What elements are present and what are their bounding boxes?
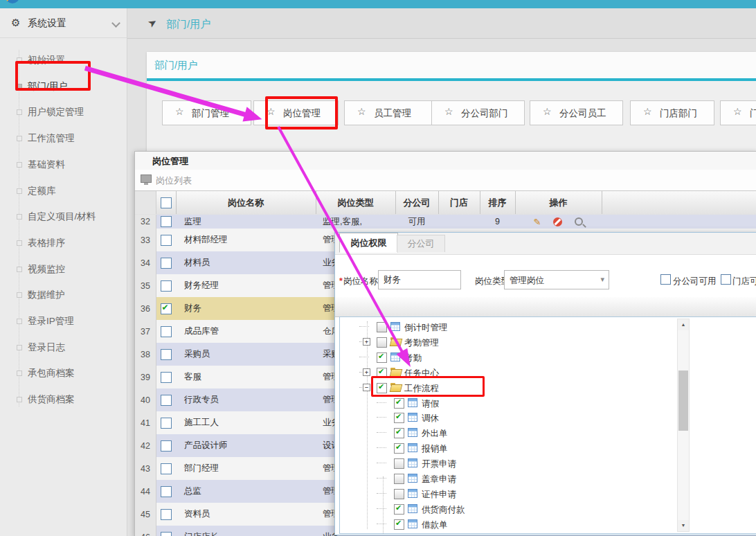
row-checkbox[interactable] (161, 216, 172, 227)
topbar-menu-item[interactable]: ▪运营分析 (637, 0, 678, 1)
row-checkbox[interactable] (161, 280, 172, 292)
tree-checkbox[interactable] (394, 428, 404, 438)
topbar-menu-item[interactable]: ▪预约管理 (410, 0, 451, 1)
toolbar-button-6[interactable]: ☆门店部门 (630, 100, 714, 125)
topbar-menu-item[interactable]: ▪工作台 (208, 0, 240, 1)
sidebar-item-8[interactable]: 表格排序 (0, 231, 127, 256)
sidebar-item-13[interactable]: 承包商档案 (0, 361, 127, 386)
toolbar-button-5[interactable]: ☆分公司员工 (530, 100, 623, 125)
scroll-up-icon[interactable]: ▲ (678, 319, 689, 330)
tree-checkbox[interactable] (394, 413, 404, 423)
row-checkbox[interactable] (161, 486, 172, 497)
row-checkbox[interactable] (161, 532, 172, 536)
tree-checkbox[interactable] (377, 337, 387, 348)
toolbar-button-3[interactable]: ☆员工管理 (344, 100, 433, 125)
delete-icon[interactable] (553, 217, 562, 226)
sidebar-item-4[interactable]: 工作流管理 (0, 126, 127, 151)
table-row-32[interactable]: 32监理监理,客服,可用9✎ (135, 215, 756, 229)
annotation-box-post-management (265, 96, 338, 129)
topbar-menu-item[interactable]: ▪更多 (721, 0, 744, 1)
tree-collapse-icon[interactable]: − (363, 384, 370, 391)
tree-node-11[interactable]: 盖章申请 (340, 471, 756, 486)
row-checkbox[interactable] (161, 326, 172, 337)
sidebar-item-5[interactable]: 基础资料 (0, 152, 127, 177)
sidebar-item-10[interactable]: 数据维护 (0, 283, 127, 307)
tree-node-7[interactable]: 调休 (340, 410, 756, 425)
tree-expand-icon[interactable]: + (363, 338, 370, 346)
row-checkbox[interactable] (161, 463, 172, 474)
column-header-op[interactable]: 操作 (515, 191, 602, 214)
tree-node-12[interactable]: 证件申请 (340, 486, 756, 501)
column-header-type[interactable]: 岗位类型 (316, 191, 396, 214)
scroll-down-icon[interactable]: ▼ (678, 520, 689, 531)
sidebar-item-6[interactable]: 定额库 (0, 179, 127, 204)
column-header-company[interactable]: 分公司 (395, 191, 439, 214)
topbar-menu-item[interactable]: ▪营销管理 (267, 0, 307, 1)
sidebar-item-label: 自定义项目/材料 (28, 211, 96, 223)
post-type-select[interactable]: 管理岗位 ▾ (504, 270, 609, 289)
row-checkbox[interactable] (161, 418, 172, 429)
tree-checkbox[interactable] (377, 352, 387, 363)
tree-node-label: 开票申请 (422, 458, 456, 470)
toolbar-button-4[interactable]: ☆分公司部门 (431, 100, 525, 125)
sidebar-item-label: 登录IP管理 (28, 315, 74, 328)
company-available-checkbox[interactable] (660, 274, 671, 285)
toolbar-button-7[interactable]: ☆门店员工 (720, 100, 756, 125)
row-checkbox[interactable] (161, 235, 172, 246)
select-all-checkbox[interactable] (161, 197, 172, 208)
view-icon[interactable] (575, 217, 583, 226)
tab-branch-company[interactable]: 分公司 (397, 235, 445, 252)
tree-node-9[interactable]: 报销单 (340, 440, 756, 456)
tree-node-label: 借款单 (422, 519, 448, 531)
row-checkbox[interactable] (161, 509, 172, 520)
sidebar-item-7[interactable]: 自定义项目/材料 (0, 204, 127, 229)
row-number-cell: 42 (135, 434, 156, 457)
tree-checkbox[interactable] (394, 489, 404, 499)
column-header-store[interactable]: 门店 (438, 191, 480, 214)
sidebar-item-label: 登录日志 (28, 341, 65, 354)
toolbar-button-label: 员工管理 (374, 107, 411, 120)
row-checkbox[interactable] (161, 258, 172, 269)
row-checkbox[interactable] (161, 303, 172, 314)
table-icon (408, 458, 417, 467)
row-checkbox[interactable] (161, 395, 172, 406)
tree-node-13[interactable]: 供货商付款 (340, 501, 756, 517)
row-number-cell: 43 (135, 457, 156, 480)
topbar-menu-item[interactable]: ▪设计报价 (339, 0, 380, 1)
sidebar-header[interactable]: ⚙ 系统设置 (0, 8, 127, 38)
row-checkbox[interactable] (161, 440, 172, 452)
column-header-sort[interactable]: 排序 (480, 191, 516, 214)
tree-node-1[interactable]: 倒计时管理 (340, 319, 756, 334)
tree-checkbox[interactable] (394, 398, 404, 409)
toolbar-button-label: 分公司员工 (559, 107, 606, 120)
tree-checkbox[interactable] (394, 458, 404, 469)
tree-node-10[interactable]: 开票申请 (340, 456, 756, 471)
operation-icons: ✎ (515, 217, 602, 227)
row-checkbox[interactable] (161, 372, 172, 383)
post-name-input[interactable]: 财务 (378, 270, 461, 289)
tree-scrollbar[interactable]: ▲ ▼ (677, 319, 690, 532)
tab-department-user[interactable]: 部门/用户 (154, 59, 197, 72)
tree-node-14[interactable]: 借款单 (340, 517, 756, 532)
tree-expand-icon[interactable]: + (363, 368, 370, 376)
tree-checkbox[interactable] (394, 519, 404, 530)
topbar-menu-item[interactable]: ▪售后管理 (551, 0, 592, 1)
store-available-checkbox[interactable] (721, 274, 731, 285)
sidebar-item-11[interactable]: 登录IP管理 (0, 309, 127, 334)
edit-icon[interactable]: ✎ (534, 217, 541, 227)
tree-checkbox[interactable] (394, 504, 404, 515)
tree-node-8[interactable]: 外出单 (340, 425, 756, 440)
sidebar-item-12[interactable]: 登录日志 (0, 335, 127, 360)
topbar-menu-item[interactable]: ▪生产管理 (480, 0, 521, 1)
row-checkbox[interactable] (161, 349, 172, 360)
sidebar-item-9[interactable]: 视频监控 (0, 257, 127, 282)
scrollbar-thumb[interactable] (678, 370, 688, 431)
tree-node-2[interactable]: +考勤管理 (340, 334, 756, 350)
tab-post-permissions[interactable]: 岗位权限 (339, 233, 398, 253)
column-header-name[interactable]: 岗位名称 (176, 191, 316, 214)
sidebar-item-14[interactable]: 供货商档案 (0, 387, 127, 412)
tree-checkbox[interactable] (394, 443, 404, 454)
sidebar-item-3[interactable]: 用户锁定管理 (0, 100, 127, 125)
tree-node-6[interactable]: 请假 (340, 395, 756, 411)
tree-checkbox[interactable] (394, 474, 404, 484)
